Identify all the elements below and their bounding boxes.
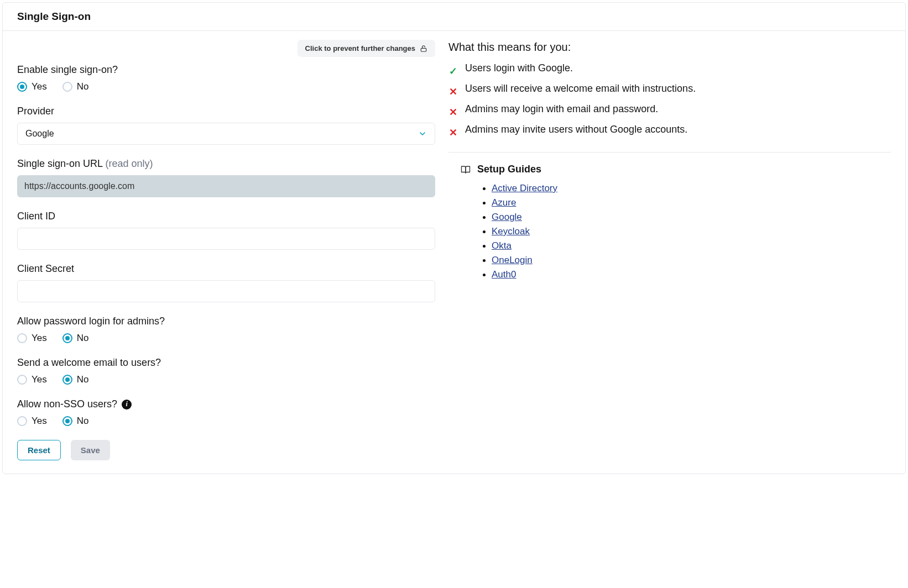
meaning-item: ✓Users login with Google.	[448, 62, 891, 77]
allow-non-sso-no[interactable]: No	[62, 416, 89, 427]
sso-url-label: Single sign-on URL (read only)	[17, 158, 435, 170]
guide-link[interactable]: Azure	[492, 197, 516, 208]
guide-item: Google	[492, 212, 891, 223]
guide-item: OneLogin	[492, 255, 891, 266]
form-column: Click to prevent further changes Enable …	[3, 31, 435, 460]
meaning-item: ✕Admins may invite users without Google …	[448, 124, 891, 139]
guide-link[interactable]: Okta	[492, 240, 512, 251]
meaning-text: Users will receive a welcome email with …	[465, 83, 696, 95]
client-id-input[interactable]	[17, 228, 435, 250]
page-title: Single Sign-on	[17, 11, 891, 23]
meaning-item: ✕Admins may login with email and passwor…	[448, 103, 891, 118]
client-secret-group: Client Secret	[17, 263, 435, 302]
provider-select[interactable]: Google	[17, 123, 435, 145]
cross-icon: ✕	[448, 86, 457, 98]
lock-button-label: Click to prevent further changes	[305, 44, 415, 53]
info-icon[interactable]: i	[122, 400, 132, 410]
info-column: What this means for you: ✓Users login wi…	[448, 31, 905, 460]
allow-password-admins-no[interactable]: No	[62, 333, 89, 344]
guide-link[interactable]: Auth0	[492, 269, 516, 280]
guides-header: Setup Guides	[448, 164, 891, 175]
allow-password-admins-yes[interactable]: Yes	[17, 333, 47, 344]
guide-item: Active Directory	[492, 183, 891, 194]
readonly-hint: (read only)	[105, 158, 153, 169]
guide-item: Auth0	[492, 269, 891, 280]
sso-settings-card: Single Sign-on Click to prevent further …	[2, 2, 906, 474]
guide-item: Keycloak	[492, 226, 891, 237]
guides-list: Active DirectoryAzureGoogleKeycloakOktaO…	[448, 183, 891, 280]
enable-sso-yes[interactable]: Yes	[17, 81, 47, 92]
guide-item: Azure	[492, 197, 891, 208]
cross-icon: ✕	[448, 106, 457, 118]
chevron-down-icon	[418, 129, 427, 138]
radio-label: No	[77, 81, 89, 92]
client-id-group: Client ID	[17, 211, 435, 250]
radio-label: Yes	[32, 333, 47, 344]
check-icon: ✓	[448, 65, 457, 77]
enable-sso-radios: Yes No	[17, 81, 435, 92]
welcome-email-label: Send a welcome email to users?	[17, 357, 435, 369]
card-header: Single Sign-on	[3, 3, 905, 31]
content-area: Click to prevent further changes Enable …	[3, 31, 905, 474]
radio-label: Yes	[32, 374, 47, 385]
radio-icon	[62, 82, 72, 92]
meaning-title: What this means for you:	[448, 41, 891, 54]
provider-label: Provider	[17, 106, 435, 117]
allow-non-sso-group: Allow non-SSO users? i Yes No	[17, 398, 435, 427]
radio-label: No	[77, 416, 89, 427]
guide-item: Okta	[492, 240, 891, 251]
divider	[448, 152, 891, 153]
save-button[interactable]: Save	[71, 440, 110, 460]
welcome-email-group: Send a welcome email to users? Yes No	[17, 357, 435, 385]
provider-group: Provider Google	[17, 106, 435, 145]
radio-icon	[17, 333, 27, 343]
cross-icon: ✕	[448, 127, 457, 139]
allow-non-sso-label: Allow non-SSO users? i	[17, 398, 435, 410]
guides-title: Setup Guides	[477, 164, 541, 175]
enable-sso-label: Enable single sign-on?	[17, 64, 435, 76]
radio-label: Yes	[32, 416, 47, 427]
guide-link[interactable]: Active Directory	[492, 183, 557, 193]
welcome-email-radios: Yes No	[17, 374, 435, 385]
radio-label: No	[77, 333, 89, 344]
meaning-list: ✓Users login with Google.✕Users will rec…	[448, 62, 891, 139]
svg-rect-0	[421, 48, 426, 51]
sso-url-group: Single sign-on URL (read only)	[17, 158, 435, 197]
radio-label: No	[77, 374, 89, 385]
reset-button[interactable]: Reset	[17, 440, 61, 460]
radio-icon	[17, 416, 27, 426]
meaning-text: Admins may login with email and password…	[465, 103, 658, 115]
client-secret-input[interactable]	[17, 280, 435, 302]
client-secret-label: Client Secret	[17, 263, 435, 275]
radio-icon	[17, 82, 27, 92]
provider-value: Google	[25, 129, 54, 139]
client-id-label: Client ID	[17, 211, 435, 222]
radio-icon	[17, 375, 27, 385]
allow-password-admins-label: Allow password login for admins?	[17, 316, 435, 327]
welcome-email-yes[interactable]: Yes	[17, 374, 47, 385]
enable-sso-no[interactable]: No	[62, 81, 89, 92]
allow-non-sso-yes[interactable]: Yes	[17, 416, 47, 427]
radio-label: Yes	[32, 81, 47, 92]
allow-non-sso-radios: Yes No	[17, 416, 435, 427]
meaning-text: Users login with Google.	[465, 62, 573, 74]
radio-icon	[62, 375, 72, 385]
enable-sso-group: Enable single sign-on? Yes No	[17, 64, 435, 92]
welcome-email-no[interactable]: No	[62, 374, 89, 385]
unlock-icon	[420, 45, 427, 53]
allow-password-admins-group: Allow password login for admins? Yes No	[17, 316, 435, 344]
allow-password-admins-radios: Yes No	[17, 333, 435, 344]
lock-settings-button[interactable]: Click to prevent further changes	[298, 40, 435, 57]
radio-icon	[62, 333, 72, 343]
meaning-item: ✕Users will receive a welcome email with…	[448, 83, 891, 98]
guide-link[interactable]: Keycloak	[492, 226, 530, 237]
form-buttons: Reset Save	[17, 440, 435, 460]
guide-link[interactable]: OneLogin	[492, 255, 533, 265]
book-icon	[461, 165, 471, 175]
radio-icon	[62, 416, 72, 426]
guide-link[interactable]: Google	[492, 212, 522, 222]
meaning-text: Admins may invite users without Google a…	[465, 124, 687, 135]
sso-url-input	[17, 175, 435, 197]
